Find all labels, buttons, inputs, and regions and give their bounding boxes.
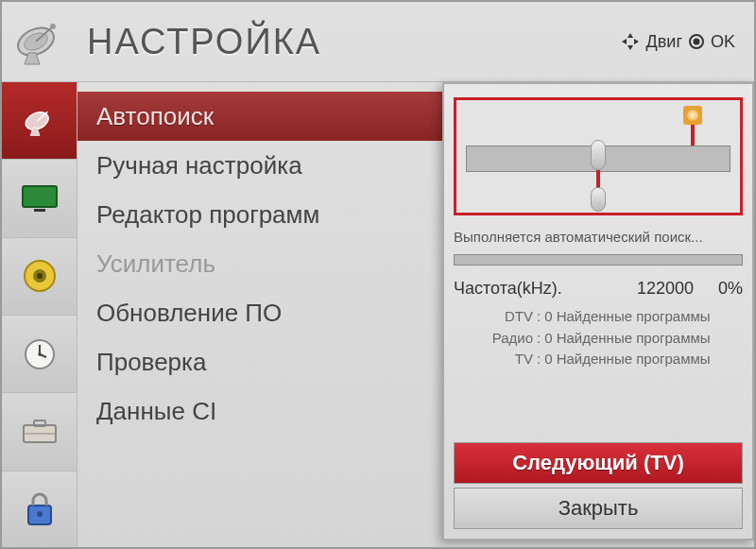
svg-point-16 [38,352,42,356]
svg-point-3 [50,24,56,29]
tv-settings-screen: НАСТРОЙКА Двиг OK [0,0,756,549]
ok-dot-icon [688,33,705,50]
found-key: Радио [482,328,533,350]
search-percent: 0% [699,279,743,299]
search-status: Выполняется автоматический поиск... [454,229,743,245]
sidebar-item-option[interactable] [2,393,77,471]
splitter-icon [591,187,606,212]
dpad-icon [620,31,641,52]
frequency-value: 122000 [631,279,699,299]
sidebar [2,82,77,549]
satellite-dish-icon [11,13,68,70]
hint-move-label: Двиг [646,32,682,52]
clock-icon [21,335,59,373]
splitter-icon [591,140,606,170]
found-row-radio: Радио : 0 Найденные программы [482,328,743,350]
svg-rect-18 [34,420,45,426]
frequency-label: Частота(kHz). [454,279,631,299]
antenna-socket-icon [683,106,702,125]
header: НАСТРОЙКА Двиг OK [2,2,754,82]
monitor-icon [21,184,59,213]
content: Автопоиск Ручная настройка Редактор прог… [77,82,754,549]
satellite-dish-icon [20,101,60,141]
found-value: 0 Найденные программы [544,306,710,328]
sidebar-item-time[interactable] [2,316,77,393]
page-title: НАСТРОЙКА [77,22,620,62]
lock-icon [23,490,57,528]
sidebar-item-lock[interactable] [2,472,77,549]
found-value: 0 Найденные программы [544,349,710,370]
found-value: 0 Найденные программы [544,328,710,350]
briefcase-icon [20,418,60,446]
svg-point-5 [693,39,699,45]
hint-ok-label: OK [711,32,735,52]
frequency-row: Частота(kHz). 122000 0% [454,279,743,299]
svg-rect-8 [23,186,57,207]
next-button[interactable]: Следующий (TV) [454,442,743,484]
found-row-tv: TV : 0 Найденные программы [482,349,743,370]
svg-rect-9 [34,209,45,212]
found-list: DTV : 0 Найденные программы Радио : 0 На… [482,306,743,370]
close-button[interactable]: Закрыть [454,488,743,529]
nav-hints: Двиг OK [620,31,735,52]
sidebar-item-setup[interactable] [2,82,77,160]
found-key: DTV [482,306,533,328]
svg-point-12 [37,273,43,279]
sidebar-item-picture[interactable] [2,160,77,237]
sidebar-item-audio[interactable] [2,238,77,316]
found-row-dtv: DTV : 0 Найденные программы [482,306,743,328]
autosearch-popup: Выполняется автоматический поиск... Част… [442,82,754,540]
main: Автопоиск Ручная настройка Редактор прог… [2,82,754,549]
connection-diagram [454,97,743,215]
progress-bar [454,254,743,266]
found-key: TV [482,349,533,370]
speaker-icon [21,257,59,295]
header-icon [2,2,77,82]
svg-point-21 [37,511,43,517]
